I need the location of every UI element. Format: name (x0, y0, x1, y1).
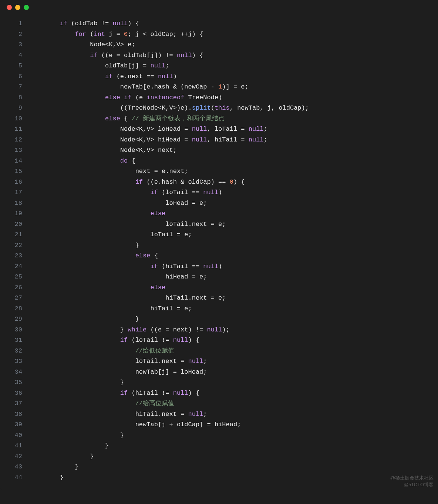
line-number: 6 (0, 71, 22, 82)
line-number: 4 (0, 50, 22, 61)
line-number: 42 (0, 451, 22, 462)
code-line: } (30, 451, 438, 462)
code-line: loTail.next = e; (30, 219, 438, 230)
code-line: } (30, 377, 438, 388)
code-line: if (loTail == null) (30, 187, 438, 198)
code-line: } (30, 473, 438, 483)
line-number: 43 (0, 462, 22, 473)
close-icon[interactable] (7, 5, 12, 10)
code-line: for (int j = 0; j < oldCap; ++j) { (30, 29, 438, 40)
line-number: 15 (0, 166, 22, 177)
line-number: 27 (0, 293, 22, 304)
line-number: 7 (0, 82, 22, 93)
code-line: //给高位赋值 (30, 398, 438, 409)
maximize-icon[interactable] (24, 5, 29, 10)
code-line: Node<K,V> loHead = null, loTail = null; (30, 124, 438, 135)
line-number: 40 (0, 430, 22, 441)
code-line: else { // 新建两个链表，和两个尾结点 (30, 114, 438, 124)
code-line: else if (e instanceof TreeNode) (30, 93, 438, 103)
code-line: else (30, 208, 438, 219)
code-line: if (e.next == null) (30, 71, 438, 82)
line-number: 23 (0, 251, 22, 261)
line-number: 19 (0, 208, 22, 219)
line-number: 5 (0, 61, 22, 71)
code-line: hiHead = e; (30, 272, 438, 283)
code-line: ((TreeNode<K,V>)e).split(this, newTab, j… (30, 103, 438, 114)
watermark: @稀土掘金技术社区 @51CTO博客 (390, 475, 434, 488)
code-line: } while ((e = next) != null); (30, 325, 438, 336)
code-line: Node<K,V> hiHead = null, hiTail = null; (30, 135, 438, 146)
line-number: 39 (0, 420, 22, 430)
code-line: } (30, 240, 438, 251)
code-line: hiTail.next = null; (30, 409, 438, 420)
code-line: newTab[j] = loHead; (30, 367, 438, 378)
line-number: 33 (0, 356, 22, 367)
code-line: if (hiTail != null) { (30, 388, 438, 399)
code-line: //给低位赋值 (30, 346, 438, 357)
line-number: 44 (0, 473, 22, 483)
watermark-line: @稀土掘金技术社区 (390, 475, 434, 481)
line-number: 1 (0, 19, 22, 29)
line-number: 34 (0, 367, 22, 378)
code-line: oldTab[j] = null; (30, 61, 438, 71)
line-number: 12 (0, 135, 22, 146)
line-number: 20 (0, 219, 22, 230)
code-line: else { (30, 251, 438, 261)
code-line: if (loTail != null) { (30, 335, 438, 346)
code-line: } (30, 430, 438, 441)
line-number: 22 (0, 240, 22, 251)
code-line: } (30, 441, 438, 451)
line-number: 24 (0, 261, 22, 272)
code-line: if ((e = oldTab[j]) != null) { (30, 50, 438, 61)
code-line: newTab[e.hash & (newCap - 1)] = e; (30, 82, 438, 93)
line-number: 38 (0, 409, 22, 420)
code-line: if (hiTail == null) (30, 261, 438, 272)
code-line: Node<K,V> e; (30, 40, 438, 50)
code-line: hiTail = e; (30, 304, 438, 314)
window-titlebar (0, 0, 438, 15)
line-number: 30 (0, 325, 22, 336)
code-line: if ((e.hash & oldCap) == 0) { (30, 177, 438, 188)
code-editor: 1 2 3 4 5 6 7 8 9 10 11 12 13 14 15 16 1… (0, 15, 438, 483)
line-number: 25 (0, 272, 22, 283)
line-number: 11 (0, 124, 22, 135)
code-line: if (oldTab != null) { (30, 19, 438, 29)
line-number: 37 (0, 398, 22, 409)
watermark-line: @51CTO博客 (390, 481, 434, 488)
line-number: 3 (0, 40, 22, 50)
line-number: 18 (0, 198, 22, 209)
code-line: do { (30, 156, 438, 167)
code-line: loHead = e; (30, 198, 438, 209)
line-number: 29 (0, 314, 22, 325)
line-number: 2 (0, 29, 22, 40)
line-number: 26 (0, 283, 22, 293)
code-line: next = e.next; (30, 166, 438, 177)
code-line: Node<K,V> next; (30, 145, 438, 156)
code-line: loTail = e; (30, 230, 438, 240)
line-number-gutter: 1 2 3 4 5 6 7 8 9 10 11 12 13 14 15 16 1… (0, 19, 30, 483)
code-area[interactable]: if (oldTab != null) { for (int j = 0; j … (30, 19, 438, 483)
line-number: 16 (0, 177, 22, 188)
line-number: 41 (0, 441, 22, 451)
minimize-icon[interactable] (15, 5, 20, 10)
line-number: 32 (0, 346, 22, 357)
line-number: 28 (0, 304, 22, 314)
line-number: 31 (0, 335, 22, 346)
line-number: 36 (0, 388, 22, 399)
code-line: } (30, 314, 438, 325)
line-number: 21 (0, 230, 22, 240)
line-number: 13 (0, 145, 22, 156)
code-line: hiTail.next = e; (30, 293, 438, 304)
code-line: } (30, 462, 438, 473)
line-number: 17 (0, 187, 22, 198)
line-number: 9 (0, 103, 22, 114)
code-window: 1 2 3 4 5 6 7 8 9 10 11 12 13 14 15 16 1… (0, 0, 438, 490)
line-number: 8 (0, 93, 22, 103)
line-number: 10 (0, 114, 22, 124)
code-line: else (30, 283, 438, 293)
code-line: newTab[j + oldCap] = hiHead; (30, 420, 438, 430)
line-number: 35 (0, 377, 22, 388)
code-line: loTail.next = null; (30, 356, 438, 367)
line-number: 14 (0, 156, 22, 167)
